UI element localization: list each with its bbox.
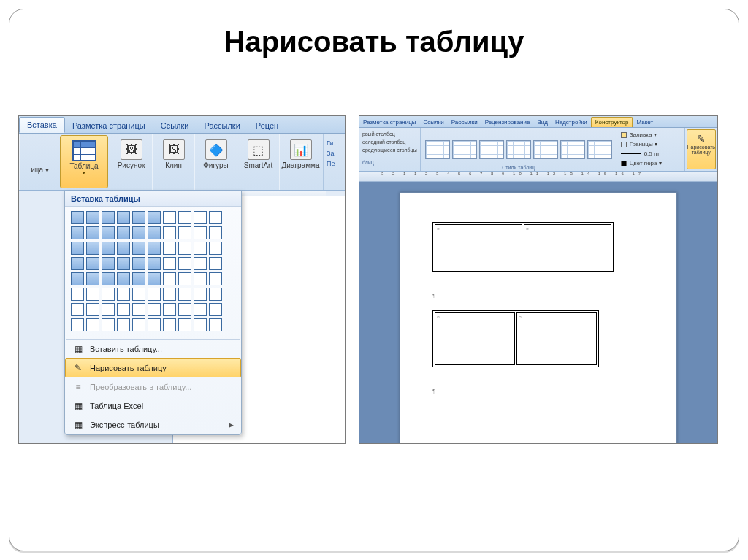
grid-cell[interactable] [178, 318, 191, 331]
pen-color-button[interactable]: Цвет пера ▾ [621, 158, 681, 168]
line-width-select[interactable]: 0,5 пт [621, 149, 681, 158]
grid-cell[interactable] [132, 226, 145, 239]
grid-cell[interactable] [71, 257, 84, 270]
grid-cell[interactable] [163, 272, 176, 285]
grid-cell[interactable] [178, 272, 191, 285]
grid-cell[interactable] [117, 288, 130, 301]
grid-cell[interactable] [132, 318, 145, 331]
chart-button[interactable]: 📊 Диаграмма [279, 134, 321, 190]
grid-cell[interactable] [163, 226, 176, 239]
tab2-review[interactable]: Рецензирование [481, 118, 534, 127]
grid-cell[interactable] [102, 257, 115, 270]
grid-cell[interactable] [132, 288, 145, 301]
grid-cell[interactable] [209, 226, 222, 239]
grid-cell[interactable] [194, 211, 207, 224]
grid-cell[interactable] [163, 288, 176, 301]
grid-cell[interactable] [194, 242, 207, 255]
grid-cell[interactable] [194, 318, 207, 331]
style-thumb[interactable] [506, 140, 531, 159]
grid-cell[interactable] [178, 242, 191, 255]
grid-cell[interactable] [132, 257, 145, 270]
tab-review-cut[interactable]: Рецен [248, 118, 286, 133]
grid-cell[interactable] [163, 303, 176, 316]
menu-draw-table[interactable]: ✎ Нарисовать таблицу [65, 358, 241, 377]
grid-cell[interactable] [209, 318, 222, 331]
draw-table-button[interactable]: ✎ Нарисовать таблицу [687, 129, 716, 169]
grid-cell[interactable] [148, 211, 161, 224]
smartart-button[interactable]: ⬚ SmartArt [237, 134, 279, 190]
grid-cell[interactable] [86, 272, 99, 285]
style-thumb[interactable] [425, 140, 450, 159]
grid-cell[interactable] [178, 257, 191, 270]
grid-cell[interactable] [102, 303, 115, 316]
grid-cell[interactable] [194, 288, 207, 301]
grid-cell[interactable] [71, 303, 84, 316]
grid-cell[interactable] [148, 257, 161, 270]
grid-cell[interactable] [117, 303, 130, 316]
grid-cell[interactable] [71, 242, 84, 255]
grid-cell[interactable] [194, 303, 207, 316]
grid-cell[interactable] [209, 211, 222, 224]
tab-page-layout[interactable]: Разметка страницы [65, 118, 153, 133]
grid-cell[interactable] [194, 226, 207, 239]
style-thumb[interactable] [533, 140, 558, 159]
drawn-table-2[interactable]: ¤¤ [432, 310, 599, 367]
opt-first-col[interactable]: рвый столбец [362, 130, 417, 138]
grid-cell[interactable] [71, 272, 84, 285]
table-size-grid[interactable] [65, 207, 241, 339]
grid-cell[interactable] [163, 257, 176, 270]
tab2-mailings[interactable]: Рассылки [448, 118, 481, 127]
shapes-button[interactable]: 🔷 Фигуры [194, 134, 237, 190]
opt-last-col[interactable]: оследний столбец [362, 138, 417, 146]
grid-cell[interactable] [86, 318, 99, 331]
grid-cell[interactable] [86, 242, 99, 255]
clip-button[interactable]: 🖼 Клип [152, 134, 194, 190]
tab2-layout[interactable]: Макет [633, 118, 657, 127]
grid-cell[interactable] [86, 257, 99, 270]
grid-cell[interactable] [148, 303, 161, 316]
tab-insert[interactable]: Вставка [19, 117, 65, 133]
tab2-addins[interactable]: Надстройки [552, 118, 591, 127]
grid-cell[interactable] [163, 211, 176, 224]
opt-banded-cols[interactable]: ередующиеся столбцы [362, 146, 417, 154]
grid-cell[interactable] [209, 257, 222, 270]
grid-cell[interactable] [132, 242, 145, 255]
drawn-table-1[interactable]: ¤¤ [432, 222, 614, 272]
grid-cell[interactable] [71, 318, 84, 331]
grid-cell[interactable] [102, 211, 115, 224]
grid-cell[interactable] [132, 211, 145, 224]
grid-cell[interactable] [102, 272, 115, 285]
style-thumb[interactable] [560, 140, 585, 159]
tab2-view[interactable]: Вид [533, 118, 551, 127]
tab2-references[interactable]: Ссылки [420, 118, 448, 127]
grid-cell[interactable] [86, 303, 99, 316]
table-button[interactable]: Таблица ▾ [60, 135, 108, 188]
grid-cell[interactable] [102, 242, 115, 255]
table-styles-gallery[interactable]: Стили таблиц [421, 128, 617, 171]
grid-cell[interactable] [148, 242, 161, 255]
grid-cell[interactable] [86, 211, 99, 224]
tab2-page-layout[interactable]: Разметка страницы [359, 118, 420, 127]
grid-cell[interactable] [71, 288, 84, 301]
grid-cell[interactable] [148, 288, 161, 301]
grid-cell[interactable] [194, 257, 207, 270]
grid-cell[interactable] [102, 226, 115, 239]
grid-cell[interactable] [194, 272, 207, 285]
grid-cell[interactable] [102, 288, 115, 301]
menu-excel-table[interactable]: ▦ Таблица Excel [65, 396, 241, 415]
grid-cell[interactable] [117, 242, 130, 255]
borders-button[interactable]: Границы ▾ [621, 139, 681, 149]
picture-button[interactable]: 🖼 Рисунок [110, 134, 152, 190]
fill-button[interactable]: Заливка ▾ [621, 130, 681, 139]
grid-cell[interactable] [209, 303, 222, 316]
grid-cell[interactable] [178, 303, 191, 316]
grid-cell[interactable] [117, 211, 130, 224]
tab-references[interactable]: Ссылки [153, 118, 197, 133]
grid-cell[interactable] [132, 272, 145, 285]
style-thumb[interactable] [479, 140, 504, 159]
menu-quick-tables[interactable]: ▦ Экспресс-таблицы ▶ [65, 415, 241, 434]
style-thumb[interactable] [587, 140, 612, 159]
grid-cell[interactable] [71, 226, 84, 239]
grid-cell[interactable] [209, 288, 222, 301]
grid-cell[interactable] [178, 288, 191, 301]
